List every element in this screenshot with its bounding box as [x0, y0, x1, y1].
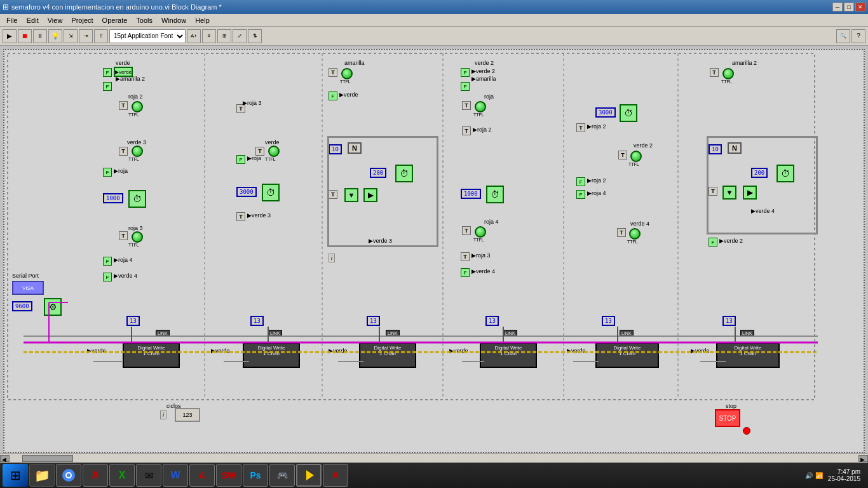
amarilla-label-4: ▶amarilla — [471, 76, 496, 82]
amarilla-label-3: amarilla — [344, 60, 365, 66]
num-13-3: 13 — [367, 316, 380, 326]
taskbar-access[interactable]: A — [83, 464, 108, 487]
t-roja2-1: T — [119, 101, 128, 110]
network-icon[interactable]: 📶 — [815, 472, 823, 479]
window-title: semaforo v4 con implementacion en arduin… — [11, 3, 222, 11]
verde-label-2: verde — [265, 139, 280, 146]
taskbar-autocad[interactable]: A — [189, 464, 215, 487]
taskbar-word[interactable]: W — [163, 464, 188, 487]
title-bar-controls[interactable]: ─ □ ✕ — [832, 3, 865, 11]
taskbar-chrome[interactable] — [56, 464, 81, 487]
led-verde4-5 — [629, 228, 641, 240]
roja3-label-1: roja 3 — [128, 225, 143, 231]
clock: 7:47 pm 25-04-2015 — [828, 468, 860, 482]
canvas-container[interactable]: verde F ▶verde ▶amarilla 2 F roja 2 T TT… — [0, 46, 868, 463]
taskbar-explorer[interactable]: 📁 — [29, 464, 55, 487]
main-area: verde F ▶verde ▶amarilla 2 F roja 2 T TT… — [0, 46, 868, 463]
date-display: 25-04-2015 — [828, 475, 860, 482]
led-roja2-1 — [132, 101, 143, 112]
dw-block-3: Digital Write1 Chan — [359, 342, 416, 368]
num-3000-2: 3000 — [236, 187, 257, 197]
roja2-arrow-4: ▶roja 2 — [473, 126, 492, 133]
taskbar-excel[interactable]: X — [109, 464, 135, 487]
maximize-button[interactable]: □ — [844, 3, 854, 11]
t-verde3-1: T — [119, 147, 128, 156]
run-button[interactable]: ▶ — [3, 29, 17, 43]
menu-help[interactable]: Help — [191, 15, 214, 25]
stop-node: STOP — [715, 409, 740, 427]
menu-window[interactable]: Window — [158, 15, 190, 25]
start-button[interactable]: ⊞ — [3, 464, 28, 487]
menu-project[interactable]: Project — [67, 15, 97, 25]
zoom-btn[interactable]: 🔍 — [836, 29, 850, 43]
menu-tools[interactable]: Tools — [132, 15, 156, 25]
reorder-btn[interactable]: ⇅ — [248, 29, 262, 43]
toolbar: ▶ ⏹ ⏸ 💡 ⇲ ⇥ ⇧ 15pt Application Font A+ ≡… — [0, 27, 868, 46]
roja4-label-4: roja 4 — [484, 219, 499, 225]
speaker-icon[interactable]: 🔊 — [805, 472, 813, 479]
help-btn[interactable]: ? — [851, 29, 865, 43]
led-verde-2 — [268, 146, 280, 157]
highlight-button[interactable]: 💡 — [48, 29, 62, 43]
for-loop-6 — [707, 136, 818, 234]
dw-block-4: Digital Write1 Chan — [480, 342, 537, 368]
font-size-btn[interactable]: A+ — [187, 29, 201, 43]
verde4-label-5: verde 4 — [630, 220, 649, 227]
led-roja3-1 — [132, 231, 143, 243]
h-scrollbar[interactable]: ◄ ► — [0, 453, 868, 463]
menu-file[interactable]: File — [3, 15, 22, 25]
tfl-amarilla2-6: TTFL — [721, 79, 732, 84]
roja2-arrow-5: ▶roja 2 — [587, 177, 606, 184]
led-verde2-5 — [630, 151, 642, 162]
num-13-4: 13 — [485, 316, 499, 326]
tfl-roja-4: TTFL — [473, 112, 484, 117]
scroll-right-btn[interactable]: ► — [858, 455, 868, 462]
num-13-6: 13 — [722, 316, 736, 326]
menu-view[interactable]: View — [44, 15, 67, 25]
close-button[interactable]: ✕ — [855, 3, 865, 11]
taskbar-app1[interactable]: 🎮 — [269, 464, 295, 487]
f-verde-2: F — [236, 155, 245, 164]
f-roja2-5: F — [576, 177, 585, 186]
verde-bot-5: ▶verde — [567, 348, 586, 354]
svg-marker-26 — [306, 470, 314, 480]
dw-block-2: Digital Write1 Chan — [243, 342, 300, 368]
f-block-roja-1: F — [103, 168, 112, 177]
title-bar-left: ⊞ semaforo v4 con implementacion en ardu… — [3, 3, 222, 11]
num-9600: 9600 — [12, 301, 32, 311]
menu-edit[interactable]: Edit — [23, 15, 43, 25]
stop-indicator — [743, 427, 750, 435]
taskbar-photoshop[interactable]: Ps — [243, 464, 268, 487]
roja-label-4: roja — [484, 93, 494, 100]
block-diagram[interactable]: verde F ▶verde ▶amarilla 2 F roja 2 T TT… — [3, 49, 865, 453]
step-over-button[interactable]: ⇥ — [79, 29, 93, 43]
scroll-left-btn[interactable]: ◄ — [0, 455, 10, 462]
led-roja-4 — [475, 101, 486, 112]
dw-block-1: Digital Write1 Chan — [123, 342, 180, 368]
tfl-roja4-4: TTFL — [473, 238, 484, 242]
distribute-btn[interactable]: ⊞ — [217, 29, 231, 43]
t-verde2-5: T — [618, 151, 627, 159]
num-1000-4: 1000 — [461, 189, 481, 199]
verde-bot-3: ▶verde — [329, 348, 348, 354]
minimize-button[interactable]: ─ — [832, 3, 843, 11]
scroll-thumb[interactable] — [22, 455, 73, 462]
resize-btn[interactable]: ⤢ — [233, 29, 247, 43]
step-out-button[interactable]: ⇧ — [94, 29, 108, 43]
align-btn[interactable]: ≡ — [202, 29, 216, 43]
pause-button[interactable]: ⏸ — [33, 29, 47, 43]
t-roja-4: T — [462, 101, 471, 110]
abort-button[interactable]: ⏹ — [18, 29, 32, 43]
t-roja4-4: T — [462, 226, 471, 235]
taskbar-acrobat[interactable]: A — [323, 464, 348, 487]
serial-port-node: VISA — [12, 281, 44, 295]
t-verde-2: T — [255, 147, 264, 156]
menu-operate[interactable]: Operate — [98, 15, 132, 25]
svg-point-25 — [67, 473, 71, 477]
step-into-button[interactable]: ⇲ — [64, 29, 78, 43]
font-selector[interactable]: 15pt Application Font — [109, 29, 186, 43]
taskbar-labview[interactable] — [296, 464, 322, 487]
link-badge-1: LINK — [156, 330, 170, 337]
taskbar-solidworks[interactable]: SW — [216, 464, 241, 487]
taskbar-outlook[interactable]: ✉ — [136, 464, 161, 487]
